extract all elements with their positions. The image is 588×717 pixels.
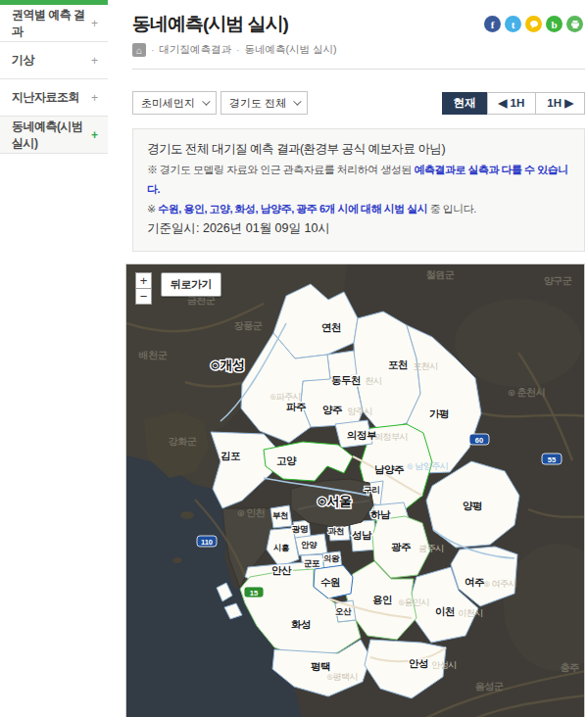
map-label: 의정부 bbox=[347, 429, 377, 441]
chevron-down-icon bbox=[202, 97, 210, 105]
print-icon[interactable] bbox=[566, 16, 583, 32]
map-canvas: 110605515철원군양구군⊙ 춘천시충주음성군강화군배천군장풍군금천군⊙ 인… bbox=[126, 264, 585, 717]
map-label: ⊙평택시 bbox=[326, 672, 358, 682]
map-label: 강화군 bbox=[169, 436, 197, 447]
map-back-button[interactable]: 뒤로가기 bbox=[161, 272, 221, 297]
map-label: 충주 bbox=[561, 662, 580, 673]
chevron-down-icon bbox=[293, 97, 301, 105]
map-label: ⊙ 춘천시 bbox=[508, 387, 545, 398]
road-shield: 110 bbox=[197, 536, 217, 547]
main-content: 동네예측(시범 실시) ftb ⌂ ·대기질예측결과·동네예측(시범 실시) 초… bbox=[132, 12, 585, 717]
map-label: 양구군 bbox=[544, 275, 572, 286]
map-label: ⊙ 인천 bbox=[237, 507, 266, 518]
map-label: ⊙ 여주시 bbox=[483, 579, 516, 589]
map-label: 양주시 bbox=[347, 406, 372, 416]
svg-text:110: 110 bbox=[201, 538, 213, 547]
time-button-1H[interactable]: 1H ▶ bbox=[535, 92, 585, 115]
map-label: 부천 bbox=[272, 510, 288, 520]
map-label: 화성 bbox=[291, 618, 311, 630]
map-label: 안성 bbox=[409, 657, 428, 669]
map-label: 음성군 bbox=[475, 681, 504, 692]
select-value: 경기도 전체 bbox=[229, 96, 286, 111]
map-label: 광명 bbox=[291, 524, 308, 534]
sidebar-item[interactable]: 기상+ bbox=[0, 42, 108, 79]
map-label: 철원군 bbox=[426, 269, 455, 280]
map-label: 수원 bbox=[320, 576, 340, 588]
svg-text:15: 15 bbox=[250, 589, 258, 598]
sidebar: 권역별 예측 결과+기상+지난자료조회+동네예측(시범 실시)+ bbox=[0, 0, 108, 154]
forecast-map: + − 뒤로가기 bbox=[125, 263, 585, 717]
map-label: 연천 bbox=[321, 321, 341, 333]
map-label: ⊙개성 bbox=[211, 358, 245, 372]
map-label: 의정부시 bbox=[374, 432, 408, 442]
notice-rule-1: ※ 경기도 모델링 자료와 인근 관측자료를 처리하여 생성된 예측결과로 실측… bbox=[147, 160, 570, 199]
map-label: 평택 bbox=[311, 660, 330, 672]
sidebar-menu: 권역별 예측 결과+기상+지난자료조회+동네예측(시범 실시)+ bbox=[0, 5, 108, 154]
map-label: 구리 bbox=[364, 485, 379, 495]
map-label: 동두천 bbox=[331, 374, 361, 386]
island bbox=[180, 511, 194, 519]
time-button-group: 현재◀ 1H1H ▶ bbox=[443, 92, 586, 115]
pollutant-select[interactable]: 초미세먼지 bbox=[132, 91, 217, 115]
road-shield: 60 bbox=[469, 434, 489, 445]
expand-plus-icon: + bbox=[91, 54, 98, 68]
share-icons: ftb bbox=[484, 16, 583, 32]
map-label: 고양 bbox=[276, 454, 297, 466]
expand-plus-icon: + bbox=[91, 17, 98, 30]
select-value: 초미세먼지 bbox=[141, 96, 195, 111]
zoom-in-button[interactable]: + bbox=[135, 272, 152, 289]
map-label: 성남 bbox=[352, 529, 372, 541]
map-label: 의왕 bbox=[322, 553, 340, 563]
terrain-blob bbox=[455, 299, 582, 387]
map-label: ⊙파주시 bbox=[270, 392, 301, 402]
map-label: 이천시 bbox=[458, 608, 483, 618]
breadcrumb-item[interactable]: 동네예측(시범 실시) bbox=[245, 43, 337, 57]
home-icon[interactable]: ⌂ bbox=[132, 43, 146, 57]
island bbox=[172, 557, 182, 563]
svg-text:60: 60 bbox=[475, 436, 483, 445]
map-label: 안성시 bbox=[431, 660, 457, 670]
map-label: 여주 bbox=[465, 576, 485, 588]
map-label: 배천군 bbox=[139, 350, 168, 360]
map-label: 양주 bbox=[322, 404, 343, 415]
svg-text:55: 55 bbox=[548, 455, 556, 464]
map-label: 과천 bbox=[327, 526, 344, 536]
map-label: 시흥 bbox=[273, 543, 290, 552]
map-label: 양평 bbox=[463, 500, 482, 511]
breadcrumb: ⌂ ·대기질예측결과·동네예측(시범 실시) bbox=[132, 43, 585, 57]
map-label: 김포 bbox=[220, 450, 241, 461]
expand-plus-icon: + bbox=[91, 91, 98, 105]
controls-row: 초미세먼지경기도 전체 현재◀ 1H1H ▶ bbox=[132, 91, 585, 115]
region-select[interactable]: 경기도 전체 bbox=[220, 91, 308, 115]
kakao-icon[interactable] bbox=[525, 16, 542, 32]
map-label: 하남 bbox=[370, 508, 391, 520]
facebook-icon[interactable]: f bbox=[484, 16, 501, 32]
sidebar-item[interactable]: 동네예측(시범 실시)+ bbox=[0, 117, 108, 154]
map-zoom-controls: + − bbox=[135, 272, 152, 305]
band-icon[interactable]: b bbox=[546, 16, 563, 32]
road-shield: 15 bbox=[244, 587, 264, 598]
map-label: ⊙ 남양주시 bbox=[407, 461, 449, 471]
breadcrumb-separator: · bbox=[236, 44, 240, 56]
sidebar-item-label: 권역별 예측 결과 bbox=[12, 7, 91, 40]
map-label: 남양주 bbox=[374, 463, 405, 475]
notice-title: 경기도 전체 대기질 예측 결과(환경부 공식 예보자료 아님) bbox=[147, 139, 570, 160]
map-label: 안양 bbox=[301, 540, 318, 550]
breadcrumb-separator: · bbox=[151, 44, 155, 56]
sidebar-item-label: 동네예측(시범 실시) bbox=[12, 119, 91, 152]
map-label: 포천시 bbox=[413, 361, 438, 371]
time-button-1H[interactable]: ◀ 1H bbox=[487, 92, 537, 115]
sidebar-item[interactable]: 권역별 예측 결과+ bbox=[0, 5, 108, 42]
sidebar-item[interactable]: 지난자료조회+ bbox=[0, 79, 108, 117]
notice-rule-2: ※ 수원, 용인, 고양, 화성, 남양주, 광주 6개 시에 대해 시범 실시… bbox=[147, 199, 570, 218]
map-label: 천시 bbox=[366, 376, 382, 386]
map-label: 가평 bbox=[429, 407, 449, 419]
time-button-현재[interactable]: 현재 bbox=[442, 92, 488, 115]
zoom-out-button[interactable]: − bbox=[135, 288, 152, 305]
breadcrumb-item[interactable]: 대기질예측결과 bbox=[160, 43, 232, 57]
map-label: 이천 bbox=[435, 605, 455, 617]
map-label: 장풍군 bbox=[234, 320, 263, 331]
twitter-icon[interactable]: t bbox=[505, 16, 521, 32]
sidebar-item-label: 지난자료조회 bbox=[12, 89, 79, 106]
map-label: 오산 bbox=[335, 606, 352, 616]
